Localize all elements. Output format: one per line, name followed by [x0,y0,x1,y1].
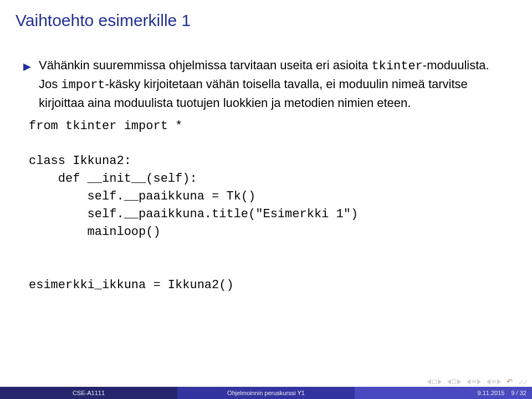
page-title: Vaihtoehto esimerkille 1 [16,11,516,30]
nav-prev-section-icon[interactable] [447,379,451,385]
bullet-marker-icon: ▶ [23,59,31,74]
footer-date: 9.11.2015 [478,390,505,396]
nav-next-app-icon[interactable] [497,379,501,385]
nav-subsection-prev-next[interactable] [467,379,481,385]
nav-next-icon[interactable] [438,379,442,385]
bullet-mono-1: tkinter [371,59,422,73]
nav-appendix-prev-next[interactable] [487,379,501,385]
bullet-item: ▶ Vähänkin suuremmissa ohjelmissa tarvit… [39,57,505,112]
nav-frame-icon[interactable] [432,380,437,384]
nav-prev-app-icon[interactable] [487,379,490,385]
content-area: ▶ Vähänkin suuremmissa ohjelmissa tarvit… [16,57,516,294]
slide: Vaihtoehto esimerkille 1 ▶ Vähänkin suur… [0,0,532,399]
nav-section-prev-next[interactable] [447,379,461,385]
code-block: from tkinter import * class Ikkuna2: def… [29,117,505,294]
nav-search-icon[interactable] [518,380,526,383]
footer-center: Ohjelmoinnin peruskurssi Y1 [177,387,355,399]
nav-doc-icon[interactable] [452,379,456,384]
nav-prev-sub-icon[interactable] [467,379,470,385]
nav-just2-icon[interactable] [492,380,496,383]
bullet-mono-2: import [61,78,105,92]
bullet-text-pre: Vähänkin suuremmissa ohjelmissa tarvitaa… [39,58,371,72]
footer-page: 9 / 32 [511,390,526,396]
footer-left: CSE-A1111 [0,387,177,399]
beamer-nav-bar: ↶ [427,377,526,386]
nav-prev-icon[interactable] [427,379,431,385]
footer: CSE-A1111 Ohjelmoinnin peruskurssi Y1 9.… [0,387,532,399]
footer-right: 9.11.2015 9 / 32 [355,387,532,399]
nav-frame-prev-next[interactable] [427,379,442,385]
nav-next-section-icon[interactable] [457,379,461,385]
nav-next-sub-icon[interactable] [477,379,481,385]
nav-just-icon[interactable] [472,380,476,383]
nav-back-icon[interactable]: ↶ [507,377,513,386]
